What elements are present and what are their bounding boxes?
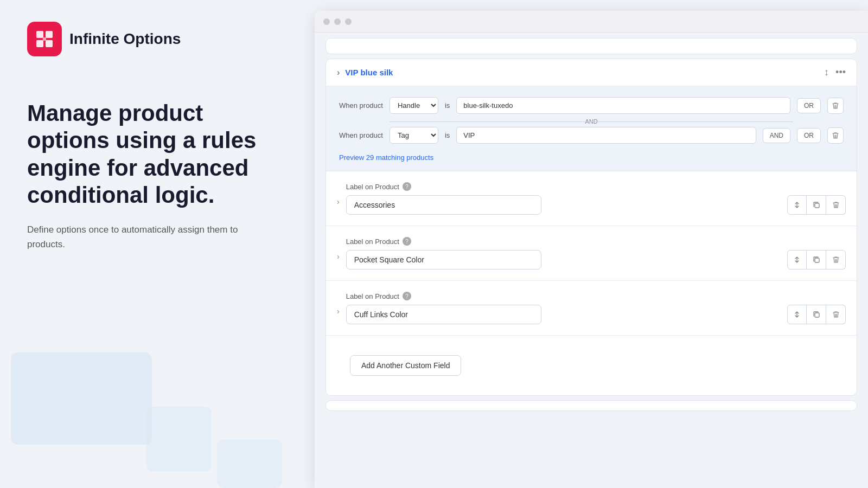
svg-rect-1: [46, 31, 53, 38]
shape-1: [11, 352, 152, 445]
decorative-shapes: [0, 314, 304, 488]
right-panel: › VIP blue silk ↕ ••• When product: [304, 0, 868, 488]
field-content-1: Label on Product ?: [346, 237, 781, 269]
preview-link[interactable]: Preview 29 matching products: [339, 153, 433, 162]
browser-window: › VIP blue silk ↕ ••• When product: [315, 11, 868, 488]
field-move-btn-1[interactable]: [787, 250, 807, 269]
field-move-btn-2[interactable]: [787, 305, 807, 324]
app-container: › VIP blue silk ↕ ••• When product: [315, 38, 868, 488]
field-actions-0: [787, 182, 846, 215]
svg-rect-7: [815, 313, 819, 317]
partial-card-bottom: [326, 400, 857, 411]
field-delete-btn-1[interactable]: [826, 250, 846, 269]
field-content-2: Label on Product ?: [346, 292, 781, 324]
section-header-left: › VIP blue silk: [337, 68, 393, 78]
field-input-0[interactable]: [346, 195, 541, 215]
browser-dot-3: [345, 18, 352, 25]
help-icon-1[interactable]: ?: [403, 237, 411, 246]
field-actions-2: [787, 292, 846, 324]
condition-value-input-2[interactable]: [456, 127, 756, 144]
field-label-row-0: Label on Product ?: [346, 182, 781, 191]
main-card: › VIP blue silk ↕ ••• When product: [326, 59, 857, 396]
field-content-0: Label on Product ?: [346, 182, 781, 215]
condition-row-2: When product Tag Handle Type is AND OR: [339, 127, 844, 144]
browser-content[interactable]: › VIP blue silk ↕ ••• When product: [315, 33, 868, 488]
condition-is-label-1: is: [445, 101, 450, 110]
help-icon-0[interactable]: ?: [403, 182, 411, 191]
condition-or-btn-1[interactable]: OR: [797, 98, 821, 113]
condition-row-1: When product Handle Tag Type is OR: [339, 97, 844, 114]
partial-card-top: [326, 38, 857, 54]
field-chevron-1[interactable]: ›: [337, 237, 340, 261]
action-btn-group-2: [787, 305, 846, 324]
action-btn-group-0: [787, 195, 846, 215]
shape-2: [146, 407, 212, 472]
browser-dot-2: [334, 18, 341, 25]
conditions-area: When product Handle Tag Type is OR: [326, 86, 857, 171]
field-label-text-1: Label on Product: [346, 237, 399, 246]
field-input-2[interactable]: [346, 305, 541, 324]
section-title: VIP blue silk: [345, 68, 393, 77]
more-options-icon[interactable]: •••: [835, 67, 846, 78]
resize-icon[interactable]: ↕: [824, 67, 829, 78]
field-delete-btn-0[interactable]: [826, 195, 846, 215]
field-label-text-0: Label on Product: [346, 183, 399, 191]
field-move-btn-0[interactable]: [787, 195, 807, 215]
field-chevron-2[interactable]: ›: [337, 292, 340, 316]
field-delete-btn-2[interactable]: [826, 305, 846, 324]
add-field-container: Add Another Custom Field: [326, 336, 857, 395]
custom-field-row-0: › Label on Product ?: [326, 171, 857, 226]
field-copy-btn-0[interactable]: [807, 195, 826, 215]
field-copy-btn-1[interactable]: [807, 250, 826, 269]
field-actions-1: [787, 237, 846, 269]
when-product-label-1: When product: [339, 101, 383, 110]
app-logo-icon: [27, 22, 62, 56]
section-collapse-chevron[interactable]: ›: [337, 68, 340, 78]
field-chevron-0[interactable]: ›: [337, 182, 340, 206]
svg-rect-3: [46, 40, 53, 47]
svg-rect-6: [815, 258, 819, 262]
condition-delete-btn-2[interactable]: [827, 127, 844, 144]
browser-dot-1: [323, 18, 330, 25]
field-copy-btn-2[interactable]: [807, 305, 826, 324]
condition-delete-btn-1[interactable]: [827, 98, 844, 114]
shape-3: [217, 439, 282, 488]
section-header-right: ↕ •••: [824, 67, 846, 78]
add-custom-field-button[interactable]: Add Another Custom Field: [350, 355, 461, 376]
and-divider: AND: [339, 118, 844, 125]
field-label-row-2: Label on Product ?: [346, 292, 781, 300]
condition-value-input-1[interactable]: [456, 97, 790, 114]
svg-rect-2: [36, 40, 43, 47]
browser-topbar: [315, 11, 868, 33]
svg-rect-4: [43, 37, 46, 41]
field-input-1[interactable]: [346, 250, 541, 269]
left-panel: Infinite Options Manage product options …: [0, 0, 304, 488]
action-btn-group-1: [787, 250, 846, 269]
condition-field-select-2[interactable]: Tag Handle Type: [390, 127, 438, 144]
condition-is-label-2: is: [445, 131, 450, 139]
field-label-text-2: Label on Product: [346, 292, 399, 300]
condition-or-btn-2[interactable]: OR: [797, 128, 821, 143]
section-header: › VIP blue silk ↕ •••: [326, 59, 857, 86]
logo-area: Infinite Options: [27, 22, 277, 56]
field-label-row-1: Label on Product ?: [346, 237, 781, 246]
hero-subtitle: Define options once to automatically ass…: [27, 222, 277, 252]
help-icon-2[interactable]: ?: [403, 292, 411, 300]
svg-rect-5: [815, 203, 819, 208]
custom-field-row-1: › Label on Product ?: [326, 226, 857, 281]
condition-field-select-1[interactable]: Handle Tag Type: [390, 97, 438, 114]
custom-field-row-2: › Label on Product ?: [326, 281, 857, 336]
condition-and-btn-2[interactable]: AND: [763, 128, 790, 143]
app-name: Infinite Options: [69, 30, 181, 48]
svg-rect-0: [36, 31, 43, 38]
when-product-label-2: When product: [339, 131, 383, 139]
hero-title: Manage product options using a rules eng…: [27, 100, 277, 209]
